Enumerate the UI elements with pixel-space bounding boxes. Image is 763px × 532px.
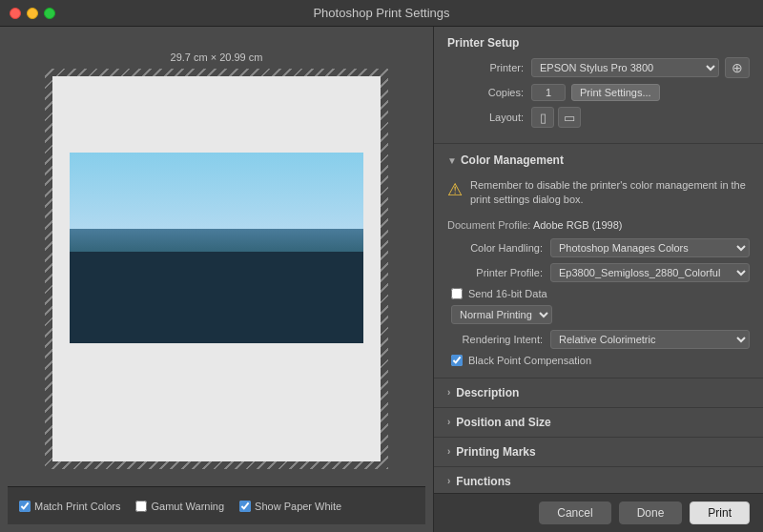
black-point-checkbox[interactable] <box>451 355 463 366</box>
document-profile-row: Document Profile: Adobe RGB (1998) <box>447 219 750 231</box>
preview-bottom-bar: Match Print Colors Gamut Warning Show Pa… <box>8 486 425 524</box>
show-paper-white-group: Show Paper White <box>239 501 341 512</box>
layout-row: Layout: ▯ ▭ <box>447 107 750 128</box>
functions-chevron-icon: › <box>447 476 450 486</box>
layout-icons: ▯ ▭ <box>531 107 581 128</box>
send-16bit-label: Send 16-bit Data <box>468 288 547 299</box>
warning-text: Remember to disable the printer's color … <box>470 178 750 208</box>
match-print-colors-group: Match Print Colors <box>19 501 120 512</box>
doc-profile-value: Adobe RGB (1998) <box>533 219 623 231</box>
copies-input[interactable] <box>531 84 566 101</box>
preview-panel: 29.7 cm × 20.99 cm Match Print Colors Ga <box>0 27 434 532</box>
divider-1 <box>434 143 763 144</box>
title-bar: Photoshop Print Settings <box>0 0 763 27</box>
photo-sky <box>70 153 363 229</box>
cm-chevron-icon: ▼ <box>447 155 457 166</box>
position-size-label: Position and Size <box>456 416 550 429</box>
functions-title: › Functions <box>447 475 750 488</box>
position-size-title: › Position and Size <box>447 416 750 429</box>
show-paper-white-label: Show Paper White <box>255 501 341 512</box>
gamut-warning-label: Gamut Warning <box>151 501 224 512</box>
rendering-intent-row: Rendering Intent: Relative Colorimetric <box>447 330 750 349</box>
copies-row: Copies: Print Settings... <box>447 84 750 101</box>
print-settings-button[interactable]: Print Settings... <box>571 84 660 101</box>
color-management-label: Color Management <box>461 153 564 167</box>
functions-section[interactable]: › Functions <box>434 466 763 493</box>
main-layout: 29.7 cm × 20.99 cm Match Print Colors Ga <box>0 27 763 532</box>
description-section[interactable]: › Description <box>434 378 763 407</box>
color-handling-row: Color Handling: Photoshop Manages Colors <box>447 238 750 257</box>
paper-size-label: 29.7 cm × 20.99 cm <box>171 51 263 63</box>
printing-marks-chevron-icon: › <box>447 446 450 457</box>
photo-preview <box>70 153 363 343</box>
portrait-icon[interactable]: ▯ <box>531 107 554 128</box>
paper-white <box>52 76 381 461</box>
color-management-section: ▼ Color Management ⚠ Remember to disable… <box>434 146 763 378</box>
black-point-label: Black Point Compensation <box>468 355 591 366</box>
minimize-button[interactable] <box>27 8 38 19</box>
send-16bit-checkbox[interactable] <box>451 288 463 299</box>
close-button[interactable] <box>10 8 21 19</box>
printer-controls: EPSON Stylus Pro 3800 ⊕ <box>531 57 750 78</box>
color-handling-label: Color Handling: <box>447 242 543 254</box>
functions-label: Functions <box>456 475 510 488</box>
print-preview: 29.7 cm × 20.99 cm <box>8 34 425 486</box>
normal-printing-row: Normal Printing <box>447 305 750 324</box>
printing-marks-section[interactable]: › Printing Marks <box>434 437 763 466</box>
show-paper-white-checkbox[interactable] <box>239 501 251 512</box>
right-panel-inner[interactable]: Printer Setup Printer: EPSON Stylus Pro … <box>434 27 763 493</box>
cancel-button[interactable]: Cancel <box>539 501 610 524</box>
right-panel: Printer Setup Printer: EPSON Stylus Pro … <box>434 27 763 532</box>
layout-label: Layout: <box>447 112 524 123</box>
gamut-warning-group: Gamut Warning <box>135 501 224 512</box>
rendering-intent-label: Rendering Intent: <box>447 334 543 345</box>
description-label: Description <box>456 386 519 399</box>
printer-icon-button[interactable]: ⊕ <box>725 57 750 78</box>
paper-container <box>45 69 388 469</box>
description-chevron-icon: › <box>447 387 450 398</box>
copies-label: Copies: <box>447 87 524 98</box>
printer-select[interactable]: EPSON Stylus Pro 3800 <box>531 58 719 77</box>
warning-icon: ⚠ <box>447 179 463 208</box>
window-controls <box>10 8 55 19</box>
rendering-intent-select[interactable]: Relative Colorimetric <box>550 330 750 349</box>
printer-label: Printer: <box>447 62 524 73</box>
position-size-section[interactable]: › Position and Size <box>434 407 763 437</box>
gamut-warning-checkbox[interactable] <box>135 501 147 512</box>
print-button[interactable]: Print <box>690 501 750 524</box>
printing-marks-label: Printing Marks <box>456 445 535 459</box>
color-management-title: ▼ Color Management <box>447 153 750 167</box>
printer-row: Printer: EPSON Stylus Pro 3800 ⊕ <box>447 57 750 78</box>
printing-marks-title: › Printing Marks <box>447 445 750 459</box>
description-title: › Description <box>447 386 750 399</box>
send-16bit-row: Send 16-bit Data <box>447 288 750 299</box>
maximize-button[interactable] <box>44 8 55 19</box>
printer-setup-section: Printer Setup Printer: EPSON Stylus Pro … <box>434 27 763 141</box>
doc-profile-static-label: Document Profile: <box>447 219 533 231</box>
match-print-colors-label: Match Print Colors <box>34 501 120 512</box>
normal-printing-select[interactable]: Normal Printing <box>451 305 552 324</box>
warning-box: ⚠ Remember to disable the printer's colo… <box>447 174 750 212</box>
window-title: Photoshop Print Settings <box>313 6 449 20</box>
photo-city <box>70 229 363 343</box>
landscape-icon[interactable]: ▭ <box>558 107 581 128</box>
done-button[interactable]: Done <box>619 501 683 524</box>
match-print-colors-checkbox[interactable] <box>19 501 31 512</box>
dialog-buttons: Cancel Done Print <box>434 493 763 532</box>
printer-profile-label: Printer Profile: <box>447 267 543 278</box>
printer-setup-title: Printer Setup <box>447 36 750 50</box>
printer-profile-select[interactable]: Ep3800_Semigloss_2880_Colorful <box>550 263 750 282</box>
color-handling-select[interactable]: Photoshop Manages Colors <box>550 238 750 257</box>
copies-controls: Print Settings... <box>531 84 750 101</box>
black-point-row: Black Point Compensation <box>447 355 750 366</box>
printer-profile-row: Printer Profile: Ep3800_Semigloss_2880_C… <box>447 263 750 282</box>
position-chevron-icon: › <box>447 417 450 427</box>
